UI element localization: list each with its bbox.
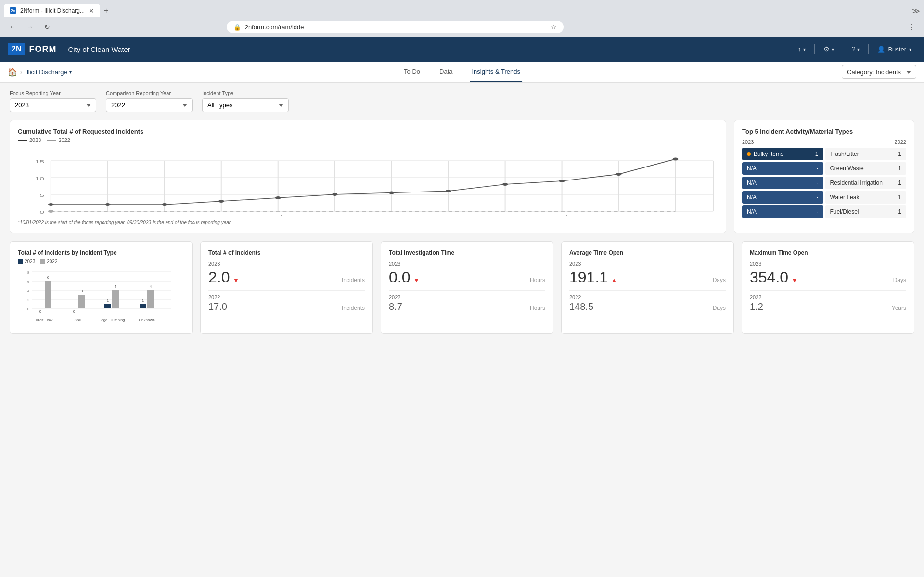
avg-time-open-content: 2023 191.1 ▲ Days 2022 148.5 Days <box>569 261 726 312</box>
tab-overflow[interactable]: ≫ <box>912 6 920 15</box>
data-point-2023-may <box>446 190 451 192</box>
active-tab[interactable]: 2n 2Nform - Illicit Discharg... ✕ <box>4 4 100 17</box>
close-tab-button[interactable]: ✕ <box>89 7 94 14</box>
top5-left-col: Bulky Items 1 N/A - N/A - N/A - <box>742 148 823 218</box>
max-time-open-unit-2023: Days <box>893 277 906 283</box>
settings-button[interactable]: ⚙ ▾ <box>819 42 839 56</box>
total-incidents-card: Total # of Incidents 2023 2.0 ▼ Incident… <box>200 241 373 334</box>
tab-data[interactable]: Data <box>437 62 454 82</box>
avg-time-open-year-2022: 2022 <box>569 295 726 300</box>
svg-text:6: 6 <box>27 280 30 284</box>
bottom-grid: Total # of Incidents by Incident Type 20… <box>10 241 914 334</box>
top5-left-row-0: Bulky Items 1 <box>742 148 823 160</box>
svg-text:6: 6 <box>47 275 50 280</box>
user-chevron: ▾ <box>909 47 911 52</box>
svg-text:Dec: Dec <box>157 215 172 216</box>
header-divider-3 <box>868 44 869 54</box>
top5-left-label-3: N/A <box>747 194 757 201</box>
svg-text:Feb: Feb <box>270 215 285 216</box>
svg-text:5: 5 <box>39 193 44 198</box>
legend-2022: 2022 <box>47 137 70 143</box>
top5-right-row-0: Trash/Litter 1 <box>825 148 907 160</box>
top5-card: Top 5 Incident Activity/Material Types 2… <box>734 120 914 233</box>
total-investigation-value-row-2023: 0.0 ▼ Hours <box>389 269 545 286</box>
bar-legend-label-2022: 2022 <box>47 259 57 264</box>
total-investigation-unit-2023: Hours <box>530 277 545 283</box>
category-filter[interactable]: Category: Incidents <box>842 65 916 79</box>
avg-time-open-value-row-2022: 148.5 Days <box>569 301 726 312</box>
address-input[interactable] <box>245 24 547 31</box>
data-point-2023-apr <box>389 192 395 194</box>
max-time-open-value-row-2022: 1.2 Years <box>750 301 906 312</box>
svg-text:Spill: Spill <box>74 318 81 322</box>
breadcrumb-illicit-discharge[interactable]: Illicit Discharge ▾ <box>25 68 71 76</box>
tab-insights-trends[interactable]: Insights & Trends <box>470 62 522 82</box>
incident-type-select[interactable]: All Types Illicit Flow Spill Illegal Dum… <box>202 98 289 112</box>
reload-button[interactable]: ↻ <box>40 20 54 34</box>
breadcrumb-separator: › <box>20 68 22 76</box>
total-investigation-title: Total Investigation Time <box>389 249 545 256</box>
top5-left-row-4: N/A - <box>742 205 823 218</box>
svg-text:0: 0 <box>39 210 44 215</box>
top5-title: Top 5 Incident Activity/Material Types <box>742 128 906 135</box>
top5-grid: Bulky Items 1 N/A - N/A - N/A - <box>742 148 906 218</box>
tab-favicon: 2n <box>10 7 16 14</box>
data-point-2023-nov <box>105 203 111 206</box>
avg-time-open-card: Average Time Open 2023 191.1 ▲ Days 2022… <box>561 241 734 334</box>
total-investigation-value-2023: 0.0 <box>389 269 410 286</box>
main-content: Focus Reporting Year 2023 2022 2021 Comp… <box>0 83 924 342</box>
tab-todo[interactable]: To Do <box>402 62 422 82</box>
forward-button[interactable]: → <box>23 20 37 34</box>
new-tab-button[interactable]: + <box>100 4 112 17</box>
bookmark-icon[interactable]: ☆ <box>551 23 557 31</box>
bar-chart-svg: 8 6 4 2 0 <box>18 268 184 335</box>
back-button[interactable]: ← <box>6 20 19 34</box>
top5-left-value-1: - <box>817 165 819 172</box>
avg-time-open-year-2023: 2023 <box>569 261 726 267</box>
top5-right-row-3: Water Leak 1 <box>825 191 907 204</box>
line-chart-svg: 0 5 10 15 <box>18 149 718 216</box>
total-investigation-value-2022: 8.7 <box>389 301 402 312</box>
data-point-2023-jun <box>502 183 508 186</box>
svg-text:4: 4 <box>115 284 117 289</box>
legend-label-2023: 2023 <box>29 137 41 143</box>
top5-left-label-4: N/A <box>747 208 757 215</box>
top5-left-row-1: N/A - <box>742 162 823 175</box>
user-button[interactable]: 👤 Buster ▾ <box>873 43 916 56</box>
category-select[interactable]: Category: Incidents <box>842 65 916 79</box>
browser-actions: ⋮ <box>905 21 918 34</box>
comparison-year-select[interactable]: 2022 2021 2020 <box>106 98 192 112</box>
total-investigation-unit-2022: Hours <box>530 305 545 311</box>
svg-text:2: 2 <box>27 298 30 302</box>
top5-left-value-3: - <box>817 194 819 201</box>
avg-time-open-unit-2022: Days <box>713 305 726 311</box>
bar-chart-svg-container: 8 6 4 2 0 <box>18 268 184 326</box>
breadcrumb: 🏠 › Illicit Discharge ▾ <box>8 67 72 77</box>
address-bar-wrap[interactable]: 🔒 ☆ <box>227 21 564 33</box>
help-button[interactable]: ? ▾ <box>847 42 865 56</box>
bar-legend-2022: 2022 <box>40 259 57 264</box>
extensions-button[interactable]: ⋮ <box>905 21 918 34</box>
svg-text:Mar: Mar <box>327 215 342 216</box>
total-investigation-year-2022: 2022 <box>389 295 545 300</box>
data-point-2023-feb <box>275 196 281 199</box>
focus-year-select[interactable]: 2023 2022 2021 <box>10 98 96 112</box>
data-point-2023-sep <box>673 158 679 161</box>
filters-row: Focus Reporting Year 2023 2022 2021 Comp… <box>10 90 914 112</box>
svg-text:15: 15 <box>35 159 44 164</box>
bar-2022-unknown <box>147 290 154 308</box>
app-logo: 2N FORM <box>8 43 56 55</box>
bar-2023-dumping <box>104 304 111 309</box>
home-icon[interactable]: 🏠 <box>8 67 17 77</box>
total-incidents-unit-2022: Incidents <box>342 305 365 311</box>
sort-button[interactable]: ↕ ▾ <box>793 42 810 56</box>
top5-left-label-2: N/A <box>747 180 757 186</box>
data-point-2023-dec <box>162 203 167 206</box>
svg-text:10: 10 <box>35 176 44 181</box>
top-cards-grid: Cumulative Total # of Requested Incident… <box>10 120 914 233</box>
bar-legend-square-2022 <box>40 259 45 264</box>
data-point-2023-jan <box>218 200 224 203</box>
avg-time-open-trend-2023: ▲ <box>611 276 617 284</box>
max-time-open-year-2023: 2023 <box>750 261 906 267</box>
top5-left-value-0: 1 <box>815 151 819 157</box>
